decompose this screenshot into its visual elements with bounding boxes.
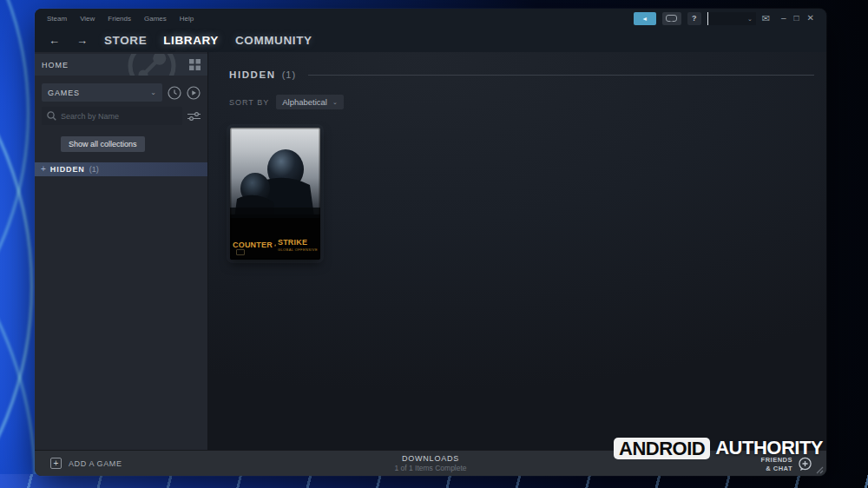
search-input[interactable]: [61, 112, 177, 121]
chevron-down-icon: ⌄: [150, 89, 156, 96]
menu-games[interactable]: Games: [144, 15, 167, 23]
vr-button[interactable]: [662, 12, 681, 25]
csgo-logo-counter: COUNTER: [233, 241, 273, 249]
chevron-down-icon: ⌄: [332, 99, 338, 105]
nav-store[interactable]: STORE: [104, 34, 147, 47]
hidden-collection-count: (1): [89, 165, 99, 174]
collection-title: HIDDEN: [229, 69, 276, 80]
window-controls: – □ ✕: [781, 14, 814, 23]
help-icon: ?: [692, 14, 697, 23]
account-dropdown[interactable]: ⌄: [707, 12, 756, 25]
sort-dropdown[interactable]: Alphabetical ⌄: [276, 95, 344, 109]
screen: Steam View Friends Games Help ◄ ?: [0, 0, 868, 488]
mail-icon[interactable]: ✉: [762, 14, 770, 23]
games-filter-dropdown[interactable]: GAMES ⌄: [42, 83, 162, 102]
csgo-logo-strike: STRIKE: [278, 238, 307, 247]
wallpaper-floor-streaks: [0, 474, 868, 488]
sidebar-home-button[interactable]: HOME: [35, 54, 207, 76]
watermark: ANDROID AUTHORITY: [614, 437, 823, 459]
sidebar: HOME GAMES ⌄: [35, 52, 208, 450]
resize-grip[interactable]: [816, 466, 824, 474]
help-button[interactable]: ?: [687, 12, 701, 25]
back-button[interactable]: ←: [49, 34, 60, 47]
downloads-status[interactable]: DOWNLOADS 1 of 1 Items Complete: [394, 454, 466, 472]
minimize-button[interactable]: –: [781, 14, 786, 23]
watermark-android: ANDROID: [614, 438, 710, 459]
downloads-title: DOWNLOADS: [394, 454, 466, 463]
search-icon: [47, 111, 56, 121]
watermark-authority: AUTHORITY: [715, 437, 823, 459]
sort-by-label: SORT BY: [229, 98, 269, 107]
steam-window: Steam View Friends Games Help ◄ ?: [35, 9, 826, 476]
plus-icon: +: [50, 458, 62, 469]
show-all-collections-button[interactable]: Show all collections: [61, 136, 145, 152]
nav-bar: ← → STORE LIBRARY COMMUNITY: [35, 28, 826, 52]
sidebar-filter-row: GAMES ⌄: [35, 83, 207, 102]
steam-logo-watermark: [126, 54, 178, 76]
collection-header: HIDDEN (1): [229, 69, 814, 80]
maximize-button[interactable]: □: [794, 14, 799, 23]
menu-group: Steam View Friends Games Help: [47, 15, 194, 23]
filter-sliders-icon[interactable]: [187, 111, 201, 122]
menu-view[interactable]: View: [80, 15, 95, 23]
vr-headset-icon: [666, 15, 677, 23]
collection-count: (1): [282, 69, 296, 80]
menu-bar: Steam View Friends Games Help ◄ ?: [35, 9, 826, 28]
nav-library[interactable]: LIBRARY: [163, 34, 219, 47]
recent-games-icon[interactable]: [168, 86, 181, 100]
close-button[interactable]: ✕: [807, 14, 814, 23]
titlebar-controls: ◄ ? ⌄ ✉ – □ ✕: [634, 12, 814, 25]
nav-community[interactable]: COMMUNITY: [235, 34, 312, 47]
library-main: HIDDEN (1) SORT BY Alphabetical ⌄: [208, 52, 826, 450]
csgo-logo-right: STRIKE GLOBAL OFFENSIVE: [278, 238, 318, 252]
csgo-logo: COUNTER STRIKE GLOBAL OFFENSIVE: [233, 238, 318, 252]
game-tile-csgo[interactable]: COUNTER STRIKE GLOBAL OFFENSIVE: [230, 128, 320, 260]
header-divider: [308, 75, 814, 76]
shortcut-corner-icon: [236, 249, 245, 255]
home-label: HOME: [42, 61, 69, 69]
csgo-logo-subtitle: GLOBAL OFFENSIVE: [278, 247, 318, 252]
menu-steam[interactable]: Steam: [47, 15, 67, 23]
hidden-collection-label: HIDDEN: [50, 165, 85, 174]
chevron-down-icon: ⌄: [747, 16, 753, 22]
downloads-detail: 1 of 1 Items Complete: [394, 464, 466, 472]
sidebar-item-hidden[interactable]: + HIDDEN (1): [35, 162, 207, 176]
big-picture-icon: ◄: [641, 16, 648, 22]
ready-to-play-icon[interactable]: [187, 86, 201, 100]
expand-plus-icon[interactable]: +: [41, 165, 46, 174]
sort-row: SORT BY Alphabetical ⌄: [229, 95, 814, 109]
sidebar-search-row: [35, 107, 207, 125]
forward-button[interactable]: →: [76, 34, 88, 47]
games-filter-label: GAMES: [48, 89, 80, 97]
grid-view-icon[interactable]: [189, 59, 201, 70]
add-game-button[interactable]: + ADD A GAME: [50, 458, 122, 469]
menu-help[interactable]: Help: [180, 15, 194, 23]
menu-friends[interactable]: Friends: [108, 15, 131, 23]
sort-value: Alphabetical: [282, 97, 327, 107]
add-game-label: ADD A GAME: [69, 459, 122, 468]
csgo-soldier-icon: [274, 239, 276, 252]
search-box: [42, 107, 182, 125]
big-picture-button[interactable]: ◄: [634, 12, 656, 25]
friends-line2: & CHAT: [761, 465, 792, 473]
content-area: HOME GAMES ⌄: [35, 52, 826, 450]
